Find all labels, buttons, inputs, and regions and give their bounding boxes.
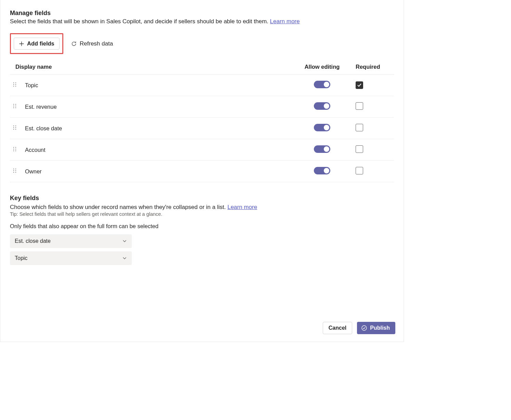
required-checkbox[interactable] <box>356 167 363 174</box>
svg-point-21 <box>15 149 16 149</box>
drag-handle-icon[interactable] <box>13 125 17 130</box>
column-header-allow-editing: Allow editing <box>291 60 353 75</box>
svg-point-10 <box>13 107 14 108</box>
publish-button[interactable]: Publish <box>357 322 395 334</box>
svg-point-2 <box>13 84 14 85</box>
svg-point-6 <box>13 104 14 105</box>
key-fields-description-text: Choose which fields to show under record… <box>10 204 227 210</box>
svg-point-7 <box>15 104 16 105</box>
allow-editing-toggle[interactable] <box>314 145 330 153</box>
plus-icon <box>19 41 24 47</box>
manage-fields-description: Select the fields that will be shown in … <box>10 18 394 25</box>
svg-point-3 <box>15 84 16 85</box>
required-checkbox[interactable] <box>356 145 363 153</box>
svg-point-17 <box>15 129 16 130</box>
drag-handle-icon[interactable] <box>13 146 17 152</box>
svg-point-27 <box>15 170 16 171</box>
drag-handle-icon[interactable] <box>13 103 17 109</box>
cancel-button[interactable]: Cancel <box>323 322 352 334</box>
key-fields-tip: Tip: Select fields that will help seller… <box>10 211 394 217</box>
svg-point-25 <box>15 169 16 169</box>
table-row: Est. close date <box>10 118 394 139</box>
manage-fields-description-text: Select the fields that will be shown in … <box>10 18 270 25</box>
table-row: Est. revenue <box>10 96 394 118</box>
refresh-data-button[interactable]: Refresh data <box>68 38 116 50</box>
table-row: Owner <box>10 161 394 182</box>
svg-point-15 <box>15 127 16 128</box>
learn-more-link[interactable]: Learn more <box>270 18 300 25</box>
required-checkbox[interactable] <box>356 102 363 110</box>
svg-point-26 <box>13 170 14 171</box>
allow-editing-toggle[interactable] <box>314 167 330 174</box>
required-checkbox[interactable] <box>356 81 363 89</box>
field-name: Est. close date <box>25 125 62 131</box>
svg-point-1 <box>15 82 16 83</box>
svg-point-20 <box>13 149 14 149</box>
svg-point-14 <box>13 127 14 128</box>
key-field-select[interactable]: Est. close date <box>10 234 132 248</box>
toolbar: Add fields Refresh data <box>10 33 394 54</box>
key-fields-learn-more-link[interactable]: Learn more <box>227 204 257 210</box>
manage-fields-title: Manage fields <box>10 10 394 17</box>
svg-point-11 <box>15 107 16 108</box>
key-fields-note: Only fields that also appear on the full… <box>10 223 394 229</box>
column-header-required: Required <box>353 60 394 75</box>
drag-handle-icon[interactable] <box>13 168 17 173</box>
allow-editing-toggle[interactable] <box>314 81 330 88</box>
field-name: Owner <box>25 168 42 174</box>
footer-actions: Cancel Publish <box>323 322 395 334</box>
svg-point-29 <box>15 172 16 173</box>
add-fields-highlight: Add fields <box>10 33 63 54</box>
refresh-data-label: Refresh data <box>80 40 113 47</box>
svg-point-9 <box>15 106 16 106</box>
key-fields-description: Choose which fields to show under record… <box>10 204 394 211</box>
key-fields-title: Key fields <box>10 195 394 202</box>
svg-point-19 <box>15 147 16 148</box>
add-fields-button[interactable]: Add fields <box>14 38 60 50</box>
svg-point-13 <box>15 126 16 126</box>
svg-point-12 <box>13 126 14 126</box>
key-fields-selects: Est. close dateTopic <box>10 234 394 265</box>
table-row: Topic <box>10 75 394 96</box>
fields-table: Display name Allow editing Required Topi… <box>10 60 394 182</box>
svg-point-24 <box>13 169 14 169</box>
chevron-down-icon <box>122 239 127 244</box>
svg-point-4 <box>13 86 14 87</box>
manage-fields-panel: Manage fields Select the fields that wil… <box>0 0 404 342</box>
allow-editing-toggle[interactable] <box>314 124 330 131</box>
svg-point-5 <box>15 86 16 87</box>
field-name: Est. revenue <box>25 104 57 110</box>
svg-point-18 <box>13 147 14 148</box>
select-value: Topic <box>15 255 27 261</box>
field-name: Account <box>25 147 46 153</box>
column-header-display-name: Display name <box>10 60 291 75</box>
svg-point-22 <box>13 150 14 151</box>
add-fields-label: Add fields <box>27 40 54 47</box>
key-field-select[interactable]: Topic <box>10 251 132 265</box>
allow-editing-toggle[interactable] <box>314 102 330 110</box>
svg-point-8 <box>13 106 14 106</box>
checkmark-circle-icon <box>361 325 367 331</box>
svg-point-16 <box>13 129 14 130</box>
svg-point-30 <box>362 326 367 330</box>
svg-point-23 <box>15 150 16 151</box>
publish-label: Publish <box>370 325 390 331</box>
field-name: Topic <box>25 82 38 88</box>
svg-point-0 <box>13 82 14 83</box>
required-checkbox[interactable] <box>356 124 363 131</box>
select-value: Est. close date <box>15 238 51 244</box>
refresh-icon <box>71 41 77 47</box>
table-row: Account <box>10 139 394 161</box>
chevron-down-icon <box>122 256 127 261</box>
svg-point-28 <box>13 172 14 173</box>
drag-handle-icon[interactable] <box>13 82 17 87</box>
